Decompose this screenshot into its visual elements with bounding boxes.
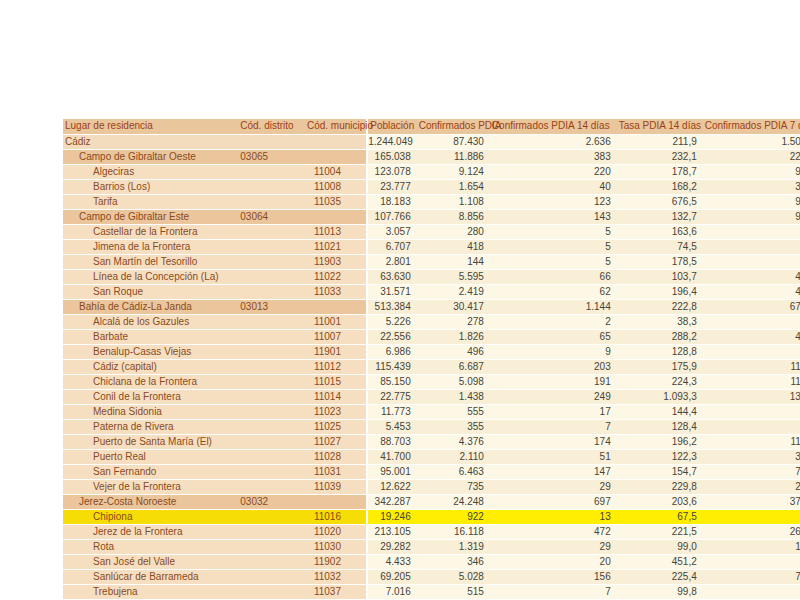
table-row[interactable]: Chipiona 11016 19.246 922 13 67,5 8: [63, 509, 800, 524]
residence-cell: Jerez-Costa Noroeste: [63, 494, 238, 509]
confirmed-pdia-cell: 278: [417, 314, 490, 329]
confirmed-pdia-7d-cell: 1.508: [703, 134, 800, 149]
table-row[interactable]: Alcalá de los Gazules 11001 5.226 278 2 …: [63, 314, 800, 329]
table-row[interactable]: Cádiz 1.244.049 87.430 2.636 211,9 1.508: [63, 134, 800, 149]
district-code-cell: [238, 359, 305, 374]
municipality-code-cell: [305, 494, 367, 509]
rate-pdia-14d-cell: 196,2: [617, 434, 703, 449]
confirmed-pdia-cell: 735: [417, 479, 490, 494]
table-row[interactable]: Conil de la Frontera 11014 22.775 1.438 …: [63, 389, 800, 404]
residence-data-table-wrap: Lugar de residencia Cód. distrito Cód. m…: [63, 119, 800, 599]
population-cell: 41.700: [367, 449, 416, 464]
confirmed-pdia-7d-cell: 21: [703, 479, 800, 494]
rate-pdia-14d-cell: 38,3: [617, 314, 703, 329]
confirmed-pdia-cell: 9.124: [417, 164, 490, 179]
table-row[interactable]: Jimena de la Frontera 11021 6.707 418 5 …: [63, 239, 800, 254]
table-row[interactable]: Trebujena 11037 7.016 515 7 99,8 6: [63, 584, 800, 599]
district-code-cell: [238, 389, 305, 404]
table-row[interactable]: Cádiz (capital) 11012 115.439 6.687 203 …: [63, 359, 800, 374]
population-cell: 6.986: [367, 344, 416, 359]
confirmed-pdia-14d-cell: 66: [490, 269, 617, 284]
population-cell: 2.801: [367, 254, 416, 269]
confirmed-pdia-14d-cell: 220: [490, 164, 617, 179]
confirmed-pdia-14d-cell: 7: [490, 419, 617, 434]
confirmed-pdia-cell: 2.419: [417, 284, 490, 299]
confirmed-pdia-cell: 5.595: [417, 269, 490, 284]
table-row[interactable]: San Martín del Tesorillo 11903 2.801 144…: [63, 254, 800, 269]
confirmed-pdia-7d-cell: 5: [703, 344, 800, 359]
rate-pdia-14d-cell: 196,4: [617, 284, 703, 299]
table-row[interactable]: San Fernando 11031 95.001 6.463 147 154,…: [63, 464, 800, 479]
table-row[interactable]: San Roque 11033 31.571 2.419 62 196,4 42: [63, 284, 800, 299]
confirmed-pdia-7d-cell: 4: [703, 224, 800, 239]
table-row[interactable]: Jerez-Costa Noroeste 03032 342.287 24.24…: [63, 494, 800, 509]
residence-cell: Campo de Gibraltar Oeste: [63, 149, 238, 164]
municipality-code-cell: 11030: [305, 539, 367, 554]
table-row[interactable]: Línea de la Concepción (La) 11022 63.630…: [63, 269, 800, 284]
residence-cell: Trebujena: [63, 584, 238, 599]
population-cell: 123.078: [367, 164, 416, 179]
municipality-code-cell: 11008: [305, 179, 367, 194]
district-code-cell: [238, 554, 305, 569]
table-row[interactable]: Campo de Gibraltar Este 03064 107.766 8.…: [63, 209, 800, 224]
table-row[interactable]: Castellar de la Frontera 11013 3.057 280…: [63, 224, 800, 239]
confirmed-pdia-14d-cell: 29: [490, 539, 617, 554]
confirmed-pdia-cell: 4.376: [417, 434, 490, 449]
table-row[interactable]: Paterna de Rivera 11025 5.453 355 7 128,…: [63, 419, 800, 434]
residence-cell: Vejer de la Frontera: [63, 479, 238, 494]
table-row[interactable]: Puerto Real 11028 41.700 2.110 51 122,3 …: [63, 449, 800, 464]
confirmed-pdia-7d-cell: 16: [703, 539, 800, 554]
municipality-code-cell: [305, 149, 367, 164]
residence-cell: San Fernando: [63, 464, 238, 479]
rate-pdia-14d-cell: 154,7: [617, 464, 703, 479]
municipality-code-cell: 11037: [305, 584, 367, 599]
table-row[interactable]: Bahía de Cádiz-La Janda 03013 513.384 30…: [63, 299, 800, 314]
table-row[interactable]: Rota 11030 29.282 1.319 29 99,0 16: [63, 539, 800, 554]
rate-pdia-14d-cell: 175,9: [617, 359, 703, 374]
municipality-code-cell: 11022: [305, 269, 367, 284]
table-row[interactable]: Medina Sidonia 11023 11.773 555 17 144,4…: [63, 404, 800, 419]
confirmed-pdia-7d-cell: 36: [703, 449, 800, 464]
table-row[interactable]: Barbate 11007 22.556 1.826 65 288,2 45: [63, 329, 800, 344]
table-row[interactable]: Jerez de la Frontera 11020 213.105 16.11…: [63, 524, 800, 539]
col-header-cod-municipio: Cód. municipio: [305, 119, 367, 134]
table-row[interactable]: Tarifa 11035 18.183 1.108 123 676,5 93: [63, 194, 800, 209]
confirmed-pdia-14d-cell: 7: [490, 584, 617, 599]
table-row[interactable]: San José del Valle 11902 4.433 346 20 45…: [63, 554, 800, 569]
district-code-cell: 03065: [238, 149, 305, 164]
table-row[interactable]: Chiclana de la Frontera 11015 85.150 5.0…: [63, 374, 800, 389]
population-cell: 63.630: [367, 269, 416, 284]
confirmed-pdia-cell: 11.886: [417, 149, 490, 164]
population-cell: 1.244.049: [367, 134, 416, 149]
population-cell: 31.571: [367, 284, 416, 299]
population-cell: 85.150: [367, 374, 416, 389]
municipality-code-cell: 11903: [305, 254, 367, 269]
table-row[interactable]: Algeciras 11004 123.078 9.124 220 178,7 …: [63, 164, 800, 179]
population-cell: 95.001: [367, 464, 416, 479]
confirmed-pdia-14d-cell: 2: [490, 314, 617, 329]
table-row[interactable]: Benalup-Casas Viejas 11901 6.986 496 9 1…: [63, 344, 800, 359]
confirmed-pdia-cell: 555: [417, 404, 490, 419]
residence-cell: Algeciras: [63, 164, 238, 179]
table-header-row: Lugar de residencia Cód. distrito Cód. m…: [63, 119, 800, 134]
confirmed-pdia-7d-cell: 114: [703, 434, 800, 449]
district-code-cell: [238, 134, 305, 149]
table-row[interactable]: Campo de Gibraltar Oeste 03065 165.038 1…: [63, 149, 800, 164]
residence-cell: Alcalá de los Gazules: [63, 314, 238, 329]
table-row[interactable]: Sanlúcar de Barrameda 11032 69.205 5.028…: [63, 569, 800, 584]
confirmed-pdia-14d-cell: 20: [490, 554, 617, 569]
confirmed-pdia-7d-cell: 44: [703, 269, 800, 284]
table-row[interactable]: Vejer de la Frontera 11039 12.622 735 29…: [63, 479, 800, 494]
district-code-cell: [238, 239, 305, 254]
confirmed-pdia-7d-cell: 260: [703, 524, 800, 539]
confirmed-pdia-14d-cell: 2.636: [490, 134, 617, 149]
confirmed-pdia-7d-cell: 119: [703, 359, 800, 374]
confirmed-pdia-14d-cell: 29: [490, 479, 617, 494]
table-row[interactable]: Barrios (Los) 11008 23.777 1.654 40 168,…: [63, 179, 800, 194]
confirmed-pdia-14d-cell: 9: [490, 344, 617, 359]
residence-cell: Sanlúcar de Barrameda: [63, 569, 238, 584]
table-row[interactable]: Puerto de Santa María (El) 11027 88.703 …: [63, 434, 800, 449]
rate-pdia-14d-cell: 1.093,3: [617, 389, 703, 404]
municipality-code-cell: 11023: [305, 404, 367, 419]
confirmed-pdia-7d-cell: 4: [703, 404, 800, 419]
